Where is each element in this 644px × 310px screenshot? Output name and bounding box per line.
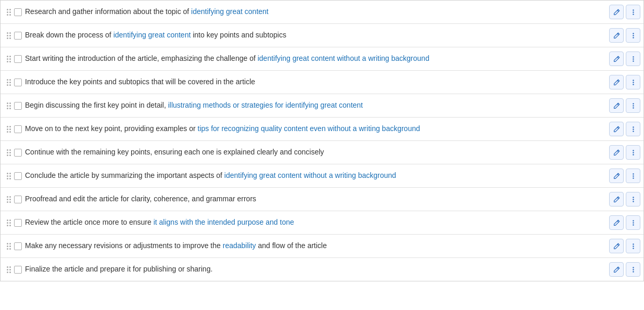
task-checkbox[interactable] — [14, 242, 22, 250]
task-actions — [609, 239, 640, 253]
task-row: Start writing the introduction of the ar… — [1, 47, 643, 71]
drag-handle[interactable] — [4, 56, 14, 62]
task-text: Proofread and edit the article for clari… — [25, 194, 604, 204]
task-row: Proofread and edit the article for clari… — [1, 188, 643, 211]
task-actions — [609, 98, 640, 113]
svg-point-35 — [633, 271, 634, 272]
task-checkbox[interactable] — [14, 196, 22, 203]
task-checkbox[interactable] — [14, 32, 22, 40]
more-options-button[interactable] — [626, 239, 640, 253]
task-row: Break down the process of identifying gr… — [1, 24, 643, 47]
task-text: Finalize the article and prepare it for … — [25, 264, 604, 275]
svg-point-32 — [633, 248, 634, 249]
svg-point-15 — [633, 126, 634, 127]
task-text: Research and gather information about th… — [25, 7, 604, 17]
task-actions — [609, 215, 640, 230]
more-options-button[interactable] — [626, 75, 640, 89]
svg-point-29 — [633, 224, 634, 225]
task-row: Research and gather information about th… — [1, 1, 643, 24]
edit-button[interactable] — [609, 122, 624, 136]
task-text: Start writing the introduction of the ar… — [25, 54, 604, 64]
task-actions — [609, 122, 640, 136]
task-checkbox[interactable] — [14, 219, 22, 227]
task-actions — [609, 51, 640, 66]
edit-button[interactable] — [609, 145, 624, 160]
drag-handle[interactable] — [4, 9, 14, 16]
svg-point-14 — [633, 107, 634, 108]
svg-point-28 — [633, 222, 634, 223]
more-options-button[interactable] — [626, 145, 640, 160]
drag-handle[interactable] — [4, 149, 14, 156]
more-options-button[interactable] — [626, 5, 640, 19]
more-options-button[interactable] — [626, 192, 640, 206]
svg-point-33 — [633, 267, 634, 268]
task-text: Move on to the next key point, providing… — [25, 124, 604, 134]
task-actions — [609, 145, 640, 160]
drag-handle[interactable] — [4, 219, 14, 226]
svg-point-1 — [633, 11, 634, 12]
more-options-button[interactable] — [626, 28, 640, 43]
edit-button[interactable] — [609, 75, 624, 89]
task-checkbox[interactable] — [14, 149, 22, 157]
task-text: Make any necessary revisions or adjustme… — [25, 241, 604, 251]
drag-handle[interactable] — [4, 32, 14, 39]
task-row: Begin discussing the first key point in … — [1, 94, 643, 118]
edit-button[interactable] — [609, 169, 624, 183]
task-checkbox[interactable] — [14, 102, 22, 110]
task-row: Finalize the article and prepare it for … — [1, 258, 643, 281]
task-text: Conclude the article by summarizing the … — [25, 171, 604, 181]
edit-button[interactable] — [609, 51, 624, 66]
task-row: Move on to the next key point, providing… — [1, 118, 643, 141]
edit-button[interactable] — [609, 262, 624, 277]
task-row: Introduce the key points and subtopics t… — [1, 71, 643, 94]
svg-point-4 — [633, 35, 634, 36]
edit-button[interactable] — [609, 215, 624, 230]
task-actions — [609, 5, 640, 19]
more-options-button[interactable] — [626, 98, 640, 113]
svg-point-21 — [633, 173, 634, 174]
svg-point-5 — [633, 37, 634, 38]
drag-handle[interactable] — [4, 173, 14, 179]
drag-handle[interactable] — [4, 196, 14, 203]
drag-handle[interactable] — [4, 243, 14, 250]
task-actions — [609, 28, 640, 43]
svg-point-31 — [633, 246, 634, 247]
svg-point-2 — [633, 14, 634, 15]
svg-point-26 — [633, 201, 634, 202]
task-checkbox[interactable] — [14, 79, 22, 86]
task-row: Continue with the remaining key points, … — [1, 141, 643, 164]
task-actions — [609, 75, 640, 89]
more-options-button[interactable] — [626, 262, 640, 277]
edit-button[interactable] — [609, 28, 624, 43]
svg-point-9 — [633, 80, 634, 81]
task-row: Conclude the article by summarizing the … — [1, 164, 643, 188]
task-checkbox[interactable] — [14, 172, 22, 180]
edit-button[interactable] — [609, 98, 624, 113]
svg-point-30 — [633, 243, 634, 244]
task-checkbox[interactable] — [14, 266, 22, 274]
task-checkbox[interactable] — [14, 55, 22, 63]
drag-handle[interactable] — [4, 102, 14, 109]
svg-point-8 — [633, 60, 634, 61]
task-checkbox[interactable] — [14, 125, 22, 133]
more-options-button[interactable] — [626, 51, 640, 66]
task-checkbox[interactable] — [14, 8, 22, 16]
task-text: Begin discussing the first key point in … — [25, 100, 604, 111]
svg-point-12 — [633, 103, 634, 104]
task-text: Review the article once more to ensure i… — [25, 217, 604, 228]
more-options-button[interactable] — [626, 169, 640, 183]
edit-button[interactable] — [609, 192, 624, 206]
drag-handle[interactable] — [4, 126, 14, 133]
drag-handle[interactable] — [4, 266, 14, 273]
edit-button[interactable] — [609, 239, 624, 253]
svg-point-34 — [633, 269, 634, 270]
svg-point-3 — [633, 33, 634, 34]
task-text: Introduce the key points and subtopics t… — [25, 77, 604, 87]
drag-handle[interactable] — [4, 79, 14, 86]
more-options-button[interactable] — [626, 122, 640, 136]
svg-point-13 — [633, 105, 634, 106]
task-row: Review the article once more to ensure i… — [1, 211, 643, 235]
more-options-button[interactable] — [626, 215, 640, 230]
edit-button[interactable] — [609, 5, 624, 19]
task-list: Research and gather information about th… — [0, 0, 644, 281]
